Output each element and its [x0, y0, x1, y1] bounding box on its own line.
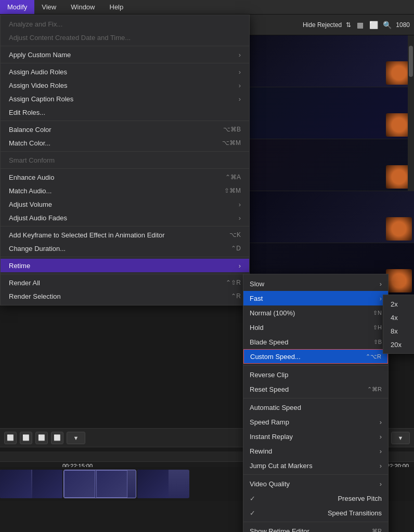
fast-submenu: 2x 4x 8x 20x: [383, 295, 414, 354]
filmstrip-icon[interactable]: ⬜: [369, 20, 378, 30]
search-icon[interactable]: 🔍: [382, 20, 392, 30]
match-audio-item[interactable]: Match Audio... ⇧⌘M: [1, 184, 249, 197]
retime-sep-4: [243, 522, 388, 522]
clip-frame-selected: [64, 470, 95, 498]
video-quality-item[interactable]: Video Quality ›: [243, 476, 388, 491]
right-top-bar: Hide Rejected ⇅ ▦ ⬜ 🔍 1080: [250, 15, 414, 35]
hide-rejected-label[interactable]: Hide Rejected: [303, 21, 342, 29]
retime-submenu-arrow: ›: [239, 262, 241, 270]
custom-speed-item[interactable]: Custom Speed... ⌃⌥R: [243, 349, 388, 364]
reverse-clip-item[interactable]: Reverse Clip: [243, 367, 388, 382]
match-color-item[interactable]: Match Color... ⌥⌘M: [1, 136, 249, 150]
clip-frame: [137, 470, 169, 498]
adjust-volume-item[interactable]: Adjust Volume ›: [1, 197, 249, 211]
change-duration-item[interactable]: Change Duration... ⌃D: [1, 242, 249, 255]
fast-8x-item[interactable]: 8x: [383, 324, 414, 338]
adjust-content-date-item[interactable]: Adjust Content Created Date and Time...: [1, 31, 249, 44]
assign-caption-roles-item[interactable]: Assign Caption Roles ›: [1, 92, 249, 105]
apply-custom-name-item[interactable]: Apply Custom Name ›: [1, 48, 249, 61]
reset-shortcut: ⌃⌘R: [367, 386, 382, 393]
analyze-fix-item[interactable]: Analyze and Fix...: [1, 17, 249, 31]
match-audio-shortcut: ⇧⌘M: [224, 187, 241, 194]
clip-frame: [32, 470, 62, 498]
enhance-audio-item[interactable]: Enhance Audio ⌃⌘A: [1, 170, 249, 184]
submenu-arrow: ›: [239, 214, 241, 222]
tool-btn-3[interactable]: ⬜: [35, 432, 48, 444]
sep-7: [1, 257, 249, 257]
sep-6: [1, 226, 249, 227]
adjust-audio-fades-item[interactable]: Adjust Audio Fades ›: [1, 211, 249, 224]
edit-roles-item[interactable]: Edit Roles...: [1, 105, 249, 119]
view-toggle-icon[interactable]: ▦: [355, 20, 365, 30]
render-selection-shortcut: ⌃R: [231, 292, 241, 300]
blade-speed-item[interactable]: Blade Speed ⇧B: [243, 335, 388, 349]
instant-replay-item[interactable]: Instant Replay ›: [243, 429, 388, 444]
scroll-thumb[interactable]: [409, 46, 413, 77]
menu-bar-view[interactable]: View: [34, 0, 63, 14]
resolution-label: 1080: [396, 21, 410, 29]
clip-block-2[interactable]: [63, 470, 136, 498]
menu-bar-window[interactable]: Window: [63, 0, 102, 14]
balance-color-item[interactable]: Balance Color ⌥⌘B: [1, 123, 249, 136]
fast-arrow: ›: [380, 295, 382, 302]
slow-arrow: ›: [380, 280, 382, 288]
balance-color-shortcut: ⌥⌘B: [223, 126, 241, 133]
speed-ramp-item[interactable]: Speed Ramp ›: [243, 415, 388, 429]
sort-icon[interactable]: ⇅: [346, 21, 351, 29]
match-color-shortcut: ⌥⌘M: [222, 139, 241, 147]
tool-btn-2[interactable]: ⬜: [20, 432, 32, 444]
fast-item[interactable]: Fast ›: [243, 291, 388, 305]
rewind-arrow: ›: [380, 447, 382, 455]
retime-sep-3: [243, 474, 388, 475]
add-keyframe-shortcut: ⌥K: [229, 231, 241, 238]
clip-block-1[interactable]: [0, 470, 62, 498]
enhance-audio-shortcut: ⌃⌘A: [225, 174, 241, 181]
normal-item[interactable]: Normal (100%) ⇧N: [243, 305, 388, 320]
clip-frame: [0, 470, 31, 498]
submenu-arrow: ›: [239, 82, 241, 89]
normal-shortcut: ⇧N: [373, 310, 382, 316]
submenu-arrow: ›: [239, 51, 241, 59]
retime-submenu: Slow › Fast › Normal (100%) ⇧N Hold ⇧H B…: [243, 274, 389, 532]
speed-transitions-item[interactable]: ✓ Speed Transitions: [243, 506, 388, 520]
smart-conform-item[interactable]: Smart Conform: [1, 153, 249, 167]
render-all-item[interactable]: Render All ⌃⇧R: [1, 276, 249, 289]
blade-tool-btn[interactable]: ▼: [391, 432, 410, 444]
retime-item[interactable]: Retime ›: [1, 259, 249, 272]
thumb-row-3: [250, 139, 414, 191]
fast-2x-item[interactable]: 2x: [383, 297, 414, 311]
show-retime-shortcut: ⌘R: [372, 528, 382, 533]
sep-render: [1, 274, 249, 274]
custom-shortcut: ⌃⌥R: [366, 353, 381, 360]
tool-btn-5[interactable]: ▼: [67, 432, 85, 444]
jump-cut-item[interactable]: Jump Cut at Markers ›: [243, 458, 388, 473]
render-all-shortcut: ⌃⇧R: [226, 279, 241, 286]
rewind-item[interactable]: Rewind ›: [243, 444, 388, 458]
show-retime-editor-item[interactable]: Show Retime Editor ⌘R: [243, 524, 388, 532]
change-duration-shortcut: ⌃D: [231, 245, 241, 252]
assign-audio-roles-item[interactable]: Assign Audio Roles ›: [1, 65, 249, 78]
clip-block-3[interactable]: [137, 470, 189, 498]
submenu-arrow: ›: [239, 201, 241, 208]
tool-btn-4[interactable]: ⬜: [51, 432, 63, 444]
automatic-speed-item[interactable]: Automatic Speed: [243, 400, 388, 415]
retime-sep-1: [243, 365, 388, 366]
slow-item[interactable]: Slow ›: [243, 276, 388, 291]
menu-bar-modify[interactable]: Modify: [0, 0, 34, 14]
fast-20x-item[interactable]: 20x: [383, 338, 414, 351]
menu-bar-help[interactable]: Help: [102, 0, 131, 14]
clip-frame-selected: [96, 470, 127, 498]
render-selection-item[interactable]: Render Selection ⌃R: [1, 289, 249, 303]
assign-video-roles-item[interactable]: Assign Video Roles ›: [1, 78, 249, 92]
scrollbar[interactable]: [408, 35, 414, 191]
preserve-pitch-item[interactable]: ✓ Preserve Pitch: [243, 491, 388, 506]
reset-speed-item[interactable]: Reset Speed ⌃⌘R: [243, 382, 388, 396]
sep-2: [1, 63, 249, 63]
add-keyframe-item[interactable]: Add Keyframe to Selected Effect in Anima…: [1, 228, 249, 242]
submenu-arrow: ›: [239, 95, 241, 103]
submenu-arrow: ›: [239, 68, 241, 76]
hold-item[interactable]: Hold ⇧H: [243, 320, 388, 335]
tool-btn-1[interactable]: ⬜: [4, 432, 17, 444]
fast-4x-item[interactable]: 4x: [383, 311, 414, 324]
instant-replay-arrow: ›: [380, 433, 382, 441]
